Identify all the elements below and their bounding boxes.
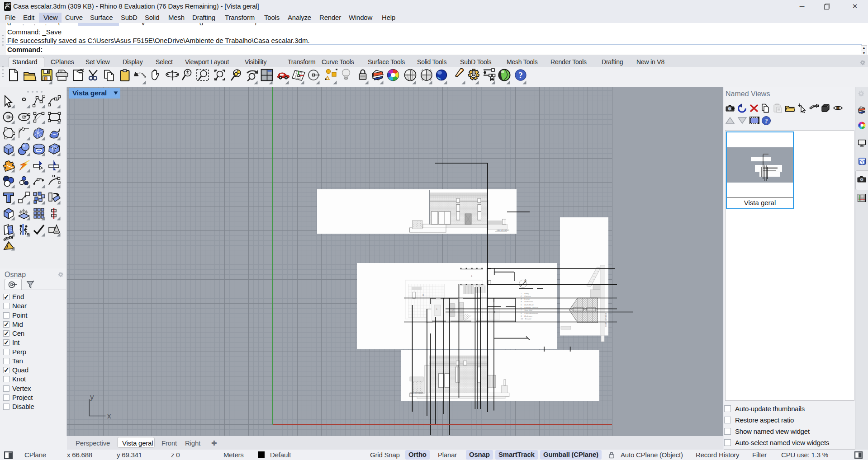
svg-text:?: ? [861,160,863,164]
svg-text:8 Office/Bedroom: 8 Office/Bedroom [521,312,538,314]
svg-text:x: x [107,412,111,420]
svg-text:7 Stair Hall: 7 Stair Hall [521,309,533,311]
svg-text:?: ? [518,70,523,80]
svg-text:6: 6 [422,294,424,296]
svg-text:?: ? [764,117,768,125]
svg-text:south elevation: south elevation [605,313,607,327]
svg-text:5 Bath/Shaft: 5 Bath/Shaft [521,304,534,306]
svg-text:1: 1 [471,274,472,277]
svg-text:9 Bedroom: 9 Bedroom [521,315,532,317]
svg-text:east elevation: east elevation [497,229,509,231]
svg-text:2 Kitchen: 2 Kitchen [520,295,531,297]
svg-text:4 Bathroom: 4 Bathroom [521,300,533,303]
svg-text:y: y [90,393,94,401]
svg-text:6 Exterior Terrace: 6 Exterior Terrace [521,306,538,309]
svg-text:8: 8 [9,3,11,5]
svg-text:1 Entry: 1 Entry [521,292,529,295]
svg-text:10 Ensuite: 10 Ensuite [521,318,531,320]
svg-text:1: 1 [436,307,437,310]
